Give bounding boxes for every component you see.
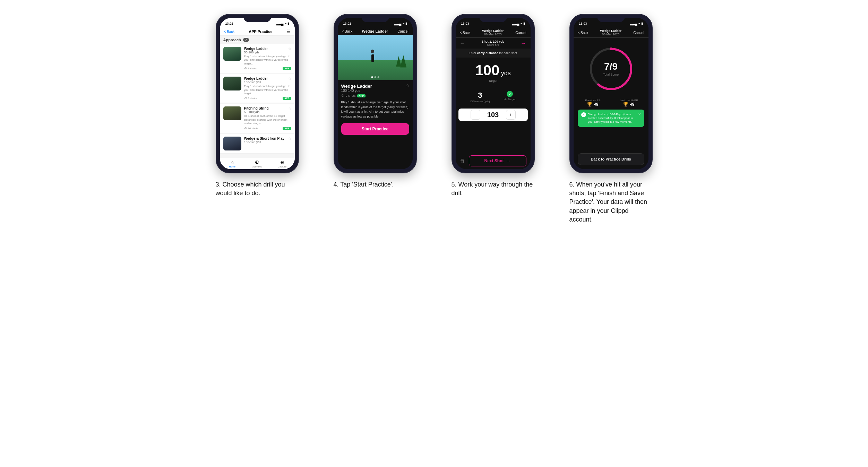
nav-item-home[interactable]: ⌂ Home <box>220 159 245 168</box>
nav-title-4b: 06 Mar 2023 <box>600 33 621 36</box>
hamburger-icon-1[interactable]: ☰ <box>287 29 291 34</box>
increment-button[interactable]: + <box>506 110 516 120</box>
phone-column-4: 13:03 ▂▃▄ ⌁ ▮ < Back Wedge Ladder 06 Mar… <box>559 14 663 224</box>
drill-card-2[interactable]: Pitching String 55-100 yds ☆ Hit 1 shot … <box>220 104 295 133</box>
phone-notch-4 <box>597 15 625 22</box>
back-button-2[interactable]: < Back <box>342 29 353 33</box>
golfer-head <box>371 50 374 53</box>
target-display: 100 yds Target <box>456 58 531 88</box>
input-value[interactable]: 103 <box>484 111 502 119</box>
wifi-icon-2: ⌁ <box>403 22 404 25</box>
activities-icon: ☯ <box>255 159 259 165</box>
success-toast: ✓ 'Wedge Ladder (100-140 yds)' was creat… <box>578 110 644 127</box>
star-icon-0[interactable]: ☆ <box>288 47 291 54</box>
phone-frame-1: 13:02 ▂▃▄ ⌁ ▮ < Back APP Practice ☰ <box>216 14 299 173</box>
phone-screen-1: 13:02 ▂▃▄ ⌁ ▮ < Back APP Practice ☰ <box>220 18 295 169</box>
target-yds: 100 <box>475 62 499 78</box>
star-icon-2[interactable]: ☆ <box>288 106 291 114</box>
clock-icon-1: ⏱ <box>244 97 247 100</box>
star-icon-1[interactable]: ☆ <box>288 77 291 84</box>
dot-1[interactable] <box>371 76 373 78</box>
prev-shot-arrow[interactable]: ← <box>460 40 465 46</box>
hit-indicator: ✓ <box>507 91 513 97</box>
caption-text-4: 6. When you've hit all your shots, tap '… <box>569 181 647 223</box>
dot-3[interactable] <box>377 76 379 78</box>
drill-thumb-2 <box>223 106 241 120</box>
battery-icon-1: ▮ <box>287 22 289 25</box>
drill-card-0[interactable]: Wedge Ladder 50-100 yds ☆ Play 1 shot at… <box>220 44 295 73</box>
status-time-4: 13:03 <box>579 22 587 25</box>
difference-item: 3 Difference (yds) <box>470 91 490 103</box>
back-button-3[interactable]: < Back <box>460 31 471 35</box>
shot-score: Score 5/9 <box>482 43 505 46</box>
cancel-button-2[interactable]: Cancel <box>397 29 408 33</box>
back-button-4[interactable]: < Back <box>578 31 588 35</box>
detail-title-container: Wedge Ladder 100-140 yds <box>341 84 372 93</box>
battery-icon-2: ▮ <box>405 22 407 25</box>
caption-text-2: 4. Tap 'Start Practice'. <box>334 181 394 188</box>
next-shot-arrow[interactable]: → <box>521 40 526 46</box>
clock-icon-2: ⏱ <box>244 127 247 130</box>
app-badge-detail: APP <box>357 94 366 97</box>
caption-text-3: 5. Work your way through the drill. <box>452 181 533 197</box>
detail-title-2: Wedge Ladder <box>341 84 372 89</box>
shot-label: Shot 1, 100 yds <box>482 40 505 43</box>
phone-frame-4: 13:03 ▂▃▄ ⌁ ▮ < Back Wedge Ladder 06 Mar… <box>569 14 653 173</box>
drill-footer-1: ⏱ 9 shots APP <box>244 97 291 100</box>
drill-info-0: Wedge Ladder 50-100 yds ☆ Play 1 shot at… <box>244 47 291 70</box>
last-month-pb-label: Last month PB <box>614 99 644 102</box>
sky <box>338 35 413 60</box>
last-month-pb-value: 🏆 -/9 <box>614 102 644 107</box>
phone-frame-2: 13:02 ▂▃▄ ⌁ ▮ < Back Wedge Ladder Cancel <box>334 14 417 173</box>
drill-range-3: 100-140 yds <box>244 140 285 144</box>
drill-card-1[interactable]: Wedge Ladder 100-140 yds ☆ Play 1 shot a… <box>220 74 295 103</box>
drill-thumb-3 <box>223 137 241 150</box>
screen3-content: Enter carry distance for each shot 100 y… <box>456 49 531 169</box>
nav-item-activities[interactable]: ☯ Activities <box>245 159 270 168</box>
nav-capture-label: Capture <box>278 165 286 168</box>
drill-title-0: Wedge Ladder <box>244 47 268 51</box>
next-shot-label: Next Shot <box>484 158 504 163</box>
app-badge-1: APP <box>283 97 291 100</box>
next-shot-button[interactable]: Next Shot → <box>469 155 526 166</box>
status-time-2: 13:02 <box>343 22 351 25</box>
wifi-icon-3: ⌁ <box>521 22 522 25</box>
status-time-3: 13:03 <box>461 22 469 25</box>
category-label: Approach <box>223 38 241 42</box>
home-icon: ⌂ <box>231 159 233 165</box>
phone-column-3: 13:03 ▂▃▄ ⌁ ▮ < Back Wedge Ladder 06 Mar… <box>441 14 545 224</box>
drill-desc-1: Play 1 shot at each target yardage. If y… <box>244 85 291 95</box>
drill-card-3[interactable]: Wedge & Short Iron Play 100-140 yds ☆ <box>220 134 295 154</box>
star-icon-3[interactable]: ☆ <box>288 137 291 144</box>
start-practice-button[interactable]: Start Practice <box>341 123 409 135</box>
drill-range-0: 50-100 yds <box>244 51 268 54</box>
nav-bar-2: < Back Wedge Ladder Cancel <box>338 28 413 35</box>
drill-thumb-img-3 <box>223 137 241 150</box>
detail-shots-2: ⏱ 9 shots APP <box>341 94 409 97</box>
page-container: 13:02 ▂▃▄ ⌁ ▮ < Back APP Practice ☰ <box>191 14 677 224</box>
trash-icon[interactable]: 🗑 <box>460 158 465 164</box>
nav-bar-1: < Back APP Practice ☰ <box>220 28 295 36</box>
phone-column-1: 13:02 ▂▃▄ ⌁ ▮ < Back APP Practice ☰ <box>205 14 309 224</box>
cancel-button-3[interactable]: Cancel <box>515 31 526 35</box>
carry-instruction: Enter carry distance for each shot <box>456 49 531 58</box>
star-icon-detail[interactable]: ☆ <box>406 84 409 87</box>
shot-nav: ← Shot 1, 100 yds Score 5/9 → <box>456 38 531 49</box>
toast-check-icon: ✓ <box>581 112 586 117</box>
battery-icon-3: ▮ <box>523 22 525 25</box>
cancel-button-4[interactable]: Cancel <box>633 31 644 35</box>
nav-bar-4: < Back Wedge Ladder 06 Mar 2023 Cancel <box>574 28 648 38</box>
app-badge-2: APP <box>283 127 291 130</box>
difference-label: Difference (yds) <box>470 100 490 103</box>
decrement-button[interactable]: − <box>471 110 480 120</box>
target-label: Target <box>461 79 525 83</box>
drill-title-3: Wedge & Short Iron Play <box>244 137 285 140</box>
wifi-icon-4: ⌁ <box>638 22 640 25</box>
capture-icon: ⊕ <box>280 159 284 165</box>
nav-bar-3: < Back Wedge Ladder 06 Mar 2023 Cancel <box>456 28 531 38</box>
nav-item-capture[interactable]: ⊕ Capture <box>270 159 295 168</box>
dot-2[interactable] <box>374 76 376 78</box>
toast-close-icon[interactable]: ✕ <box>638 112 641 116</box>
finish-button[interactable]: Back to Practice Drills <box>578 153 644 165</box>
back-button-1[interactable]: < Back <box>224 30 235 34</box>
